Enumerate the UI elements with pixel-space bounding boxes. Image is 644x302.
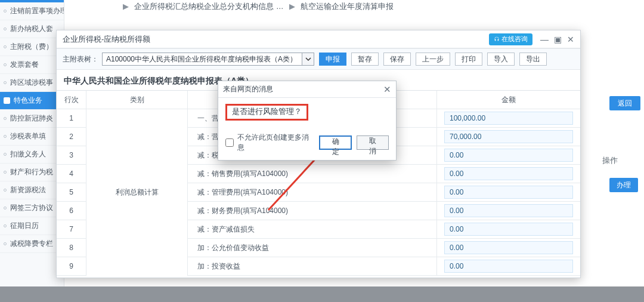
amount-input[interactable] [444, 241, 573, 254]
crumb-a[interactable]: 企业所得税汇总纳税企业总分支机构信息 … [134, 2, 283, 11]
sidebar-item-label: 扣缴义务人 [10, 149, 46, 159]
col-header-category: 类别 [86, 91, 188, 109]
sidebar-item-label: 财产和行为税 [10, 167, 53, 177]
breadcrumb: ▶ 企业所得税汇总纳税企业总分支机构信息 … ▶ 航空运输企业年度清算申报 [119, 2, 394, 12]
modal-titlebar[interactable]: 企业所得税-应纳税所得额 在线咨询 — ▣ ✕ [57, 30, 580, 48]
return-button[interactable]: 返回 [609, 96, 640, 110]
tree-label: 主附表树： [63, 54, 98, 64]
col-header-amount: 金额 [437, 91, 580, 109]
confirm-title: 来自网页的消息 [223, 84, 273, 94]
modal-title: 企业所得税-应纳税所得额 [60, 34, 489, 45]
amount-input[interactable] [444, 167, 573, 180]
amount-input[interactable] [444, 204, 573, 217]
online-consult-label: 在线咨询 [501, 35, 528, 44]
confirm-dialog: 来自网页的消息 ✕ 是否进行风险管理？ 不允许此页创建更多消息 确定 取消 [218, 81, 397, 161]
maximize-icon[interactable]: ▣ [552, 33, 564, 45]
sidebar-item-0[interactable]: 注销前置事项办理套餐 [0, 2, 64, 20]
sidebar: 注销前置事项办理套餐 新办纳税人套 主附税（费） 发票套餐 跨区域涉税事 特色业… [0, 0, 64, 286]
sidebar-item-8[interactable]: 扣缴义务人 [0, 146, 64, 164]
sidebar-item-label: 注销前置事项办理套餐 [10, 6, 64, 16]
sidebar-item-5[interactable]: 特色业务 [0, 92, 64, 110]
sidebar-item-label: 新资源税法 [10, 185, 46, 195]
amount-input[interactable] [444, 186, 573, 199]
sidebar-item-label: 网签三方协议 [10, 203, 53, 213]
sidebar-item-1[interactable]: 新办纳税人套 [0, 20, 64, 38]
export-button[interactable]: 导出 [519, 53, 547, 66]
amount-input[interactable] [444, 149, 573, 162]
category-merged-cell: 利润总额计算 [86, 109, 188, 276]
save-button[interactable]: 保存 [383, 53, 411, 66]
chevron-right-icon: ▶ [289, 2, 295, 11]
sidebar-item-label: 发票套餐 [10, 60, 39, 70]
sidebar-item-6[interactable]: 防控新冠肺炎 [0, 110, 64, 128]
confirm-ok-button[interactable]: 确定 [319, 135, 352, 150]
sidebar-item-label: 征期日历 [10, 221, 39, 231]
amount-input[interactable] [444, 223, 573, 236]
col-header-index: 行次 [57, 91, 86, 109]
sidebar-item-9[interactable]: 财产和行为税 [0, 164, 64, 181]
sidebar-item-13[interactable]: 减税降费专栏 [0, 235, 64, 253]
sidebar-item-label: 特色业务 [14, 95, 42, 106]
import-button[interactable]: 导入 [487, 53, 515, 66]
sidebar-item-4[interactable]: 跨区域涉税事 [0, 74, 64, 92]
sidebar-item-label: 新办纳税人套 [10, 24, 53, 34]
close-icon[interactable]: ✕ [565, 33, 577, 45]
crumb-b[interactable]: 航空运输企业年度清算申报 [301, 2, 394, 11]
amount-input[interactable] [444, 130, 573, 143]
sidebar-item-12[interactable]: 征期日历 [0, 217, 64, 235]
headset-icon [494, 36, 500, 42]
print-button[interactable]: 打印 [455, 53, 482, 66]
grid-apps-icon [4, 97, 10, 104]
chevron-right-icon: ▶ [123, 2, 129, 11]
sidebar-item-7[interactable]: 涉税表单填 [0, 128, 64, 146]
suppress-checkbox-label[interactable]: 不允许此页创建更多消息 [225, 132, 314, 153]
sidebar-item-label: 跨区域涉税事 [10, 78, 53, 88]
amount-input[interactable] [444, 112, 573, 125]
suppress-checkbox[interactable] [225, 138, 234, 147]
sidebar-item-label: 涉税表单填 [10, 131, 46, 141]
declare-button[interactable]: 申报 [319, 53, 346, 66]
handle-button[interactable]: 办理 [609, 178, 638, 192]
chevron-down-icon [302, 53, 314, 65]
sidebar-item-10[interactable]: 新资源税法 [0, 181, 64, 199]
form-select[interactable]: A100000中华人民共和国企业所得税年度纳税申报表（A类） [102, 53, 314, 66]
sidebar-item-3[interactable]: 发票套餐 [0, 56, 64, 74]
form-select-value: A100000中华人民共和国企业所得税年度纳税申报表（A类） [106, 54, 297, 64]
amount-input[interactable] [444, 260, 573, 273]
minimize-icon[interactable]: — [538, 33, 550, 45]
sidebar-item-11[interactable]: 网签三方协议 [0, 199, 64, 217]
footer-strip [0, 286, 644, 302]
modal-toolbar: 主附表树： A100000中华人民共和国企业所得税年度纳税申报表（A类） 申报 … [57, 48, 580, 70]
confirm-question: 是否进行风险管理？ [225, 104, 308, 121]
sidebar-item-label: 主附税（费） [10, 42, 53, 52]
sidebar-item-2[interactable]: 主附税（费） [0, 38, 64, 56]
close-icon[interactable]: ✕ [383, 84, 391, 95]
prev-button[interactable]: 上一步 [416, 53, 450, 66]
tempsave-button[interactable]: 暂存 [351, 53, 379, 66]
online-consult-button[interactable]: 在线咨询 [489, 33, 532, 45]
confirm-titlebar[interactable]: 来自网页的消息 ✕ [218, 81, 396, 98]
confirm-cancel-button[interactable]: 取消 [357, 135, 389, 150]
sidebar-item-label: 减税降费专栏 [10, 239, 53, 249]
sidebar-item-label: 防控新冠肺炎 [10, 113, 53, 124]
operate-column-label: 操作 [602, 155, 618, 166]
